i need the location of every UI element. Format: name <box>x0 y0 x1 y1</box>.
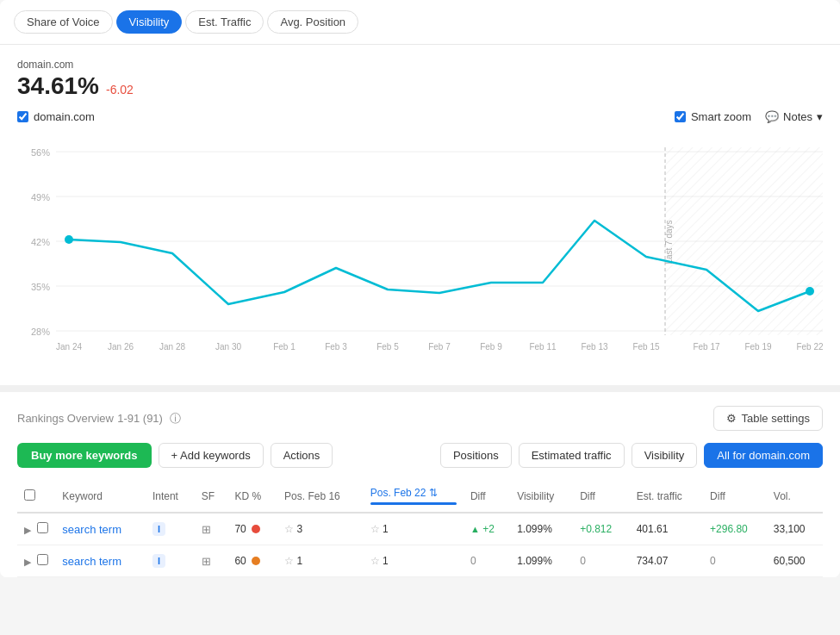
col-header-kd: KD % <box>227 480 277 513</box>
all-for-domain-button[interactable]: All for domain.com <box>704 443 823 468</box>
pos-feb22-2: 1 <box>383 555 389 567</box>
notes-label: Notes <box>783 110 812 123</box>
kd-cell-2: 60 <box>234 555 271 567</box>
table-row: ▶ search term I ⊞ 70 <box>17 513 823 545</box>
chevron-down-icon: ▾ <box>817 110 823 123</box>
star-icon-2a: ☆ <box>284 555 294 567</box>
tab-avg-position[interactable]: Avg. Position <box>267 10 358 34</box>
table-row: ▶ search term I ⊞ 60 <box>17 545 823 577</box>
svg-text:Jan 30: Jan 30 <box>215 342 241 352</box>
chart-section: domain.com 34.61% -6.02 domain.com Smart… <box>0 45 840 385</box>
row-checkbox-2[interactable] <box>37 554 48 565</box>
domain-checkbox-text: domain.com <box>34 110 95 123</box>
svg-text:49%: 49% <box>31 192 50 202</box>
domain-checkbox-label[interactable]: domain.com <box>17 110 95 123</box>
svg-text:Feb 17: Feb 17 <box>693 342 720 352</box>
svg-text:Feb 9: Feb 9 <box>480 342 502 352</box>
svg-text:Jan 26: Jan 26 <box>108 342 134 352</box>
svg-text:Feb 19: Feb 19 <box>744 342 772 352</box>
svg-text:Feb 11: Feb 11 <box>529 342 557 352</box>
star-icon-1b: ☆ <box>370 523 380 535</box>
col-header-visibility: Visibility <box>510 480 573 513</box>
actions-button[interactable]: Actions <box>271 443 333 468</box>
notes-button[interactable]: 💬 Notes ▾ <box>765 110 823 123</box>
est-diff-1: +296.80 <box>703 513 767 545</box>
svg-text:Feb 22: Feb 22 <box>796 342 823 352</box>
metric-row: 34.61% -6.02 <box>17 72 823 100</box>
kd-cell-1: 70 <box>234 523 271 535</box>
estimated-traffic-button[interactable]: Estimated traffic <box>519 443 625 468</box>
intent-badge-1: I <box>152 522 165 536</box>
visibility-button[interactable]: Visibility <box>632 443 698 468</box>
col-header-pos-feb16[interactable]: Pos. Feb 16 <box>277 480 364 513</box>
metric-value: 34.61% <box>17 72 99 100</box>
table-settings-label: Table settings <box>742 412 811 425</box>
vol-1: 33,100 <box>767 513 823 545</box>
svg-rect-11 <box>665 147 823 335</box>
vis-diff-1: +0.812 <box>573 513 630 545</box>
positions-button[interactable]: Positions <box>440 443 512 468</box>
chart-container: 56% 49% 42% 35% 28% <box>17 130 823 371</box>
rankings-header: Rankings Overview 1-91 (91) ⓘ ⚙ Table se… <box>17 406 823 431</box>
sf-icon-2: ⊞ <box>202 555 211 568</box>
buy-more-keywords-button[interactable]: Buy more keywords <box>17 443 152 468</box>
svg-text:Feb 1: Feb 1 <box>273 342 296 352</box>
col-header-diff: Diff <box>464 480 510 513</box>
gear-icon: ⚙ <box>726 412 737 425</box>
intent-badge-2: I <box>152 554 165 568</box>
svg-text:Feb 15: Feb 15 <box>632 342 660 352</box>
kd-value-1: 70 <box>234 523 246 535</box>
domain-checkbox-input[interactable] <box>17 111 28 122</box>
vol-2: 60,500 <box>767 545 823 577</box>
est-traffic-2: 734.07 <box>630 545 703 577</box>
domain-label: domain.com <box>17 59 823 71</box>
col-header-sf: SF <box>195 480 228 513</box>
svg-text:Jan 28: Jan 28 <box>159 342 185 352</box>
keyword-link-1[interactable]: search term <box>62 523 121 536</box>
toolbar: Buy more keywords + Add keywords Actions… <box>17 443 823 468</box>
row-expand-button-1[interactable]: ▶ <box>24 525 31 536</box>
kd-dot-2 <box>252 557 260 565</box>
keywords-table: Keyword Intent SF KD % Pos. Feb 16 Pos. … <box>17 480 823 577</box>
chart-right-controls: Smart zoom 💬 Notes ▾ <box>675 110 823 123</box>
add-keywords-button[interactable]: + Add keywords <box>159 443 264 468</box>
star-icon-1a: ☆ <box>284 523 294 535</box>
svg-text:Feb 5: Feb 5 <box>376 342 399 352</box>
col-header-est-diff: Diff <box>703 480 767 513</box>
keywords-table-wrap: Keyword Intent SF KD % Pos. Feb 16 Pos. … <box>17 480 823 577</box>
row-expand-button-2[interactable]: ▶ <box>24 557 31 568</box>
svg-text:28%: 28% <box>31 327 50 337</box>
chart-controls: domain.com Smart zoom 💬 Notes ▾ <box>17 110 823 123</box>
est-diff-2: 0 <box>703 545 767 577</box>
info-icon[interactable]: ⓘ <box>170 412 181 425</box>
chart-svg: 56% 49% 42% 35% 28% <box>17 130 823 371</box>
kd-value-2: 60 <box>234 555 246 567</box>
svg-text:Feb 13: Feb 13 <box>581 342 608 352</box>
svg-point-14 <box>65 235 73 244</box>
col-header-pos-feb22[interactable]: Pos. Feb 22 ⇅ <box>364 480 464 513</box>
rankings-title: Rankings Overview 1-91 (91) ⓘ <box>17 410 181 425</box>
svg-text:42%: 42% <box>31 237 50 247</box>
est-traffic-1: 401.61 <box>630 513 703 545</box>
tab-est-traffic[interactable]: Est. Traffic <box>185 10 264 34</box>
svg-text:35%: 35% <box>31 282 50 292</box>
visibility-2: 1.099% <box>510 545 573 577</box>
col-header-vol: Vol. <box>767 480 823 513</box>
table-settings-button[interactable]: ⚙ Table settings <box>713 406 824 431</box>
smart-zoom-checkbox[interactable] <box>675 111 686 122</box>
tab-share-of-voice[interactable]: Share of Voice <box>14 10 113 34</box>
svg-text:Feb 7: Feb 7 <box>428 342 451 352</box>
svg-point-15 <box>806 287 814 296</box>
tab-visibility[interactable]: Visibility <box>116 10 183 34</box>
top-tab-bar: Share of Voice Visibility Est. Traffic A… <box>0 0 840 45</box>
smart-zoom-text: Smart zoom <box>691 110 751 123</box>
sort-icon: ⇅ <box>429 487 438 499</box>
svg-text:56%: 56% <box>31 147 50 158</box>
smart-zoom-label[interactable]: Smart zoom <box>675 110 751 123</box>
rankings-title-area: Rankings Overview 1-91 (91) ⓘ <box>17 410 181 426</box>
row-checkbox-1[interactable] <box>37 522 48 533</box>
col-header-intent: Intent <box>146 480 195 513</box>
select-all-checkbox[interactable] <box>24 489 35 501</box>
col-header-keyword: Keyword <box>55 480 146 513</box>
keyword-link-2[interactable]: search term <box>62 555 121 568</box>
